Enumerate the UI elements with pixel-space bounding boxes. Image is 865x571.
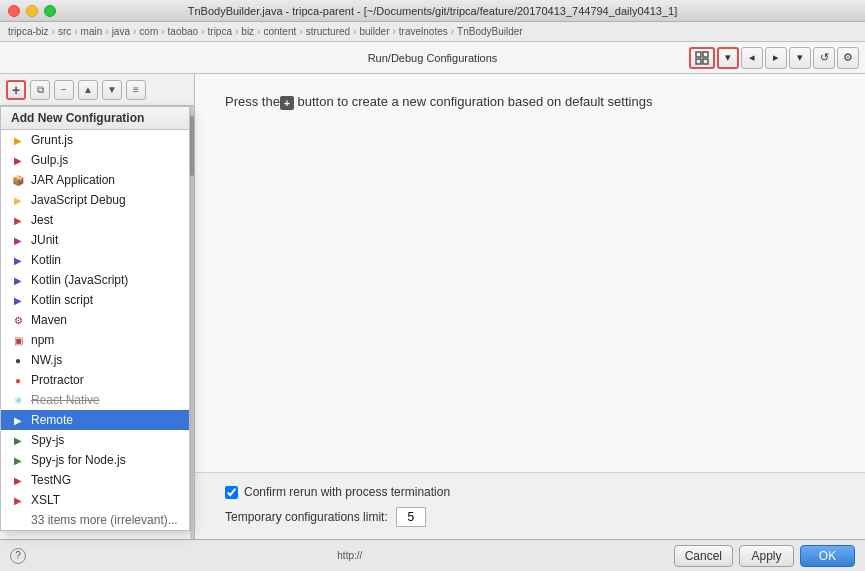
config-item-label: Kotlin <box>31 253 61 267</box>
config-item-js-debug[interactable]: ▶ JavaScript Debug <box>1 190 189 210</box>
config-item-junit[interactable]: ▶ JUnit <box>1 230 189 250</box>
breadcrumb-item[interactable]: java <box>112 26 130 37</box>
breadcrumb-item[interactable]: tripca-biz <box>8 26 49 37</box>
react-native-icon: ⚛ <box>11 393 25 407</box>
config-item-maven[interactable]: ⚙ Maven <box>1 310 189 330</box>
config-item-react-native[interactable]: ⚛ React Native <box>1 390 189 410</box>
nav-back-button[interactable]: ◂ <box>741 47 763 69</box>
config-item-label: Spy-js for Node.js <box>31 453 126 467</box>
confirm-rerun-row: Confirm rerun with process termination <box>225 485 835 499</box>
confirm-rerun-checkbox[interactable] <box>225 486 238 499</box>
breadcrumb-item[interactable]: TnBodyBuilder <box>457 26 523 37</box>
breadcrumb-item[interactable]: travelnotes <box>399 26 448 37</box>
move-up-button[interactable]: ▲ <box>78 80 98 100</box>
cancel-button[interactable]: Cancel <box>674 545 733 567</box>
config-item-label: Gulp.js <box>31 153 68 167</box>
copy-config-button[interactable]: ⧉ <box>30 80 50 100</box>
config-item-label: Remote <box>31 413 73 427</box>
breadcrumb-item[interactable]: builder <box>359 26 389 37</box>
help-button[interactable]: ? <box>10 548 26 564</box>
config-item-label: Jest <box>31 213 53 227</box>
traffic-lights <box>8 5 56 17</box>
close-button[interactable] <box>8 5 20 17</box>
nav-down-button[interactable]: ▾ <box>789 47 811 69</box>
dropdown-toggle-button[interactable]: ▾ <box>717 47 739 69</box>
config-item-label: JAR Application <box>31 173 115 187</box>
config-item-protractor[interactable]: ● Protractor <box>1 370 189 390</box>
maximize-button[interactable] <box>44 5 56 17</box>
breadcrumb-item[interactable]: taobao <box>168 26 199 37</box>
jar-icon: 📦 <box>11 173 25 187</box>
layout-button[interactable] <box>689 47 715 69</box>
move-down-button[interactable]: ▼ <box>102 80 122 100</box>
ok-button[interactable]: OK <box>800 545 855 567</box>
breadcrumb-item[interactable]: tripca <box>208 26 232 37</box>
bottom-buttons: ? http:// Cancel Apply OK <box>0 539 865 571</box>
config-item-spy-js[interactable]: ▶ Spy-js <box>1 430 189 450</box>
config-item-gulp[interactable]: ▶ Gulp.js <box>1 150 189 170</box>
config-item-label: JavaScript Debug <box>31 193 126 207</box>
config-item-grunt[interactable]: ▶ Grunt.js <box>1 130 189 150</box>
config-item-npm[interactable]: ▣ npm <box>1 330 189 350</box>
config-item-testng[interactable]: ▶ TestNG <box>1 470 189 490</box>
config-item-label: React Native <box>31 393 100 407</box>
apply-button[interactable]: Apply <box>739 545 794 567</box>
jest-icon: ▶ <box>11 213 25 227</box>
svg-rect-1 <box>703 52 708 57</box>
layout-icon <box>695 51 709 65</box>
sort-button[interactable]: ≡ <box>126 80 146 100</box>
nav-forward-button[interactable]: ▸ <box>765 47 787 69</box>
protractor-icon: ● <box>11 373 25 387</box>
nwjs-icon: ● <box>11 353 25 367</box>
scrollbar[interactable] <box>190 106 194 539</box>
grunt-icon: ▶ <box>11 133 25 147</box>
svg-rect-2 <box>696 59 701 64</box>
config-item-label: XSLT <box>31 493 60 507</box>
limit-input[interactable] <box>396 507 426 527</box>
config-item-label: 33 items more (irrelevant)... <box>31 513 178 527</box>
config-item-kotlin-script[interactable]: ▶ Kotlin script <box>1 290 189 310</box>
settings-button[interactable]: ⚙ <box>837 47 859 69</box>
toolbar-right: ▾ ◂ ▸ ▾ ↺ ⚙ <box>689 47 859 69</box>
remove-config-button[interactable]: − <box>54 80 74 100</box>
add-config-button[interactable]: + <box>6 80 26 100</box>
config-item-jest[interactable]: ▶ Jest <box>1 210 189 230</box>
kotlin-js-icon: ▶ <box>11 273 25 287</box>
config-item-xslt[interactable]: ▶ XSLT <box>1 490 189 510</box>
config-item-kotlin-js[interactable]: ▶ Kotlin (JavaScript) <box>1 270 189 290</box>
junit-icon: ▶ <box>11 233 25 247</box>
breadcrumb-item[interactable]: src <box>58 26 71 37</box>
breadcrumb-item[interactable]: main <box>81 26 103 37</box>
config-item-label: Kotlin (JavaScript) <box>31 273 128 287</box>
config-item-spy-js-node[interactable]: ▶ Spy-js for Node.js <box>1 450 189 470</box>
dropdown-header: Add New Configuration <box>1 107 189 130</box>
config-item-label: Kotlin script <box>31 293 93 307</box>
breadcrumb-item[interactable]: biz <box>241 26 254 37</box>
confirm-rerun-label: Confirm rerun with process termination <box>244 485 450 499</box>
refresh-button[interactable]: ↺ <box>813 47 835 69</box>
breadcrumb-item[interactable]: structured <box>306 26 350 37</box>
breadcrumb-item[interactable]: com <box>139 26 158 37</box>
config-item-label: NW.js <box>31 353 62 367</box>
config-item-kotlin[interactable]: ▶ Kotlin <box>1 250 189 270</box>
config-item-jar[interactable]: 📦 JAR Application <box>1 170 189 190</box>
js-debug-icon: ▶ <box>11 193 25 207</box>
config-item-label: TestNG <box>31 473 71 487</box>
dialog-title: Run/Debug Configurations <box>368 52 498 64</box>
breadcrumb-item[interactable]: content <box>263 26 296 37</box>
config-item-more[interactable]: 33 items more (irrelevant)... <box>1 510 189 530</box>
config-item-label: JUnit <box>31 233 58 247</box>
config-toolbar: + ⧉ − ▲ ▼ ≡ <box>0 74 194 106</box>
config-item-remote[interactable]: ▶ Remote <box>1 410 189 430</box>
maven-icon: ⚙ <box>11 313 25 327</box>
spy-js-icon: ▶ <box>11 433 25 447</box>
kotlin-icon: ▶ <box>11 253 25 267</box>
config-item-nwjs[interactable]: ● NW.js <box>1 350 189 370</box>
bottom-options: Confirm rerun with process termination T… <box>195 472 865 539</box>
config-item-label: Maven <box>31 313 67 327</box>
minimize-button[interactable] <box>26 5 38 17</box>
left-panel: + ⧉ − ▲ ▼ ≡ Add New Configuration ▶ Grun… <box>0 74 195 539</box>
scroll-thumb[interactable] <box>190 116 194 176</box>
testng-icon: ▶ <box>11 473 25 487</box>
bottom-bar-wrapper: ? http:// Cancel Apply OK <box>0 539 865 571</box>
